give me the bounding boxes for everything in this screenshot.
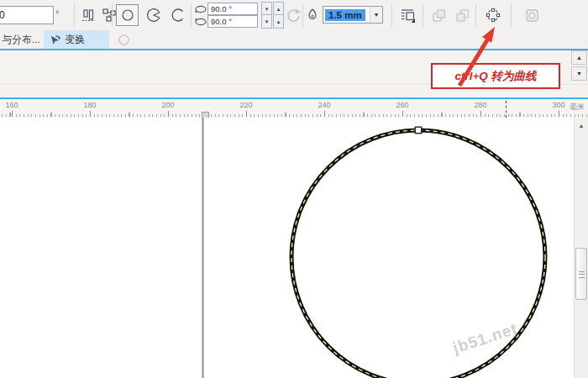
toolbar-separator	[391, 3, 392, 27]
outline-pen-icon	[305, 8, 320, 23]
align-button[interactable]	[77, 4, 99, 26]
wrap-text-button[interactable]	[396, 4, 418, 26]
ruler-label: 220	[239, 101, 252, 109]
tab-align-distribute[interactable]: 与分布...	[0, 30, 39, 49]
end-angle-row: 90.0 ° ▾ ▴	[193, 15, 284, 28]
drawing-canvas[interactable]: jb51.net ▲	[0, 118, 588, 378]
toolbar-separator	[112, 3, 113, 27]
rotation-angle-input[interactable]	[0, 6, 54, 24]
outline-width-combobox[interactable]: 1.5 mm ▼	[323, 6, 383, 24]
scrollbar-thumb[interactable]	[575, 248, 587, 300]
scroll-up-arrow[interactable]: ▲	[575, 118, 587, 132]
ruler-ticks-major	[0, 111, 588, 117]
ellipse-mode-button[interactable]	[116, 4, 139, 26]
start-angle-row: 90.0 ° ▾ ▴	[193, 3, 284, 15]
frame-icon	[524, 8, 540, 24]
property-bar: °	[0, 0, 588, 31]
docker-scroll-up-button[interactable]: ▲	[571, 50, 587, 65]
end-angle-icon	[193, 17, 207, 27]
toolbar-separator	[74, 3, 75, 27]
ruler-label: 160	[5, 101, 18, 109]
outline-width-value: 1.5 mm	[325, 9, 365, 21]
vertical-scrollbar[interactable]: ▲	[574, 118, 588, 378]
pie-icon	[146, 8, 161, 23]
spin-down-button[interactable]: ▾	[261, 14, 272, 29]
tab-label: 与分布...	[2, 33, 40, 47]
ellipse-node[interactable]	[415, 127, 422, 134]
align-icon	[81, 8, 96, 23]
arc-mode-button[interactable]	[167, 4, 189, 26]
docker-scroll-down-button[interactable]: ▼	[571, 66, 587, 81]
start-angle-icon	[193, 4, 207, 14]
chevron-down-icon[interactable]: ▼	[370, 7, 382, 23]
arc-icon	[171, 8, 186, 23]
order-front-icon	[431, 8, 447, 24]
wrap-text-icon	[400, 8, 416, 24]
docker-tab-bar: 与分布... 变换	[0, 30, 588, 49]
ruler-label: 200	[161, 101, 174, 109]
degree-symbol: °	[55, 8, 59, 18]
to-front-button[interactable]	[428, 4, 449, 26]
ellipse-icon	[120, 8, 135, 23]
frame-button[interactable]	[521, 4, 543, 26]
ruler-label: 280	[474, 101, 486, 109]
ruler-label: 180	[83, 101, 96, 109]
transform-icon	[49, 34, 61, 46]
end-angle-field[interactable]: 90.0 °	[207, 15, 258, 28]
toolbar-separator	[191, 3, 192, 27]
distribute-icon	[102, 8, 117, 23]
scrollbar-grip	[579, 271, 585, 278]
ruler-label: 300	[552, 101, 564, 109]
cursor-position-marker	[506, 101, 507, 118]
pie-mode-button[interactable]	[143, 4, 165, 26]
ruler-label: 260	[396, 101, 408, 109]
tab-transform[interactable]: 变换	[44, 30, 109, 49]
horizontal-ruler: 160 180 200 220 240 260 280 300 毫米	[0, 97, 588, 118]
circle-icon	[118, 34, 130, 50]
annotation-arrow	[449, 20, 500, 92]
toolbar-separator	[302, 3, 303, 27]
app-window: °	[0, 0, 588, 378]
toolbar-separator	[423, 3, 423, 27]
start-angle-field[interactable]: 90.0 °	[207, 3, 258, 15]
rotate-icon	[285, 7, 302, 24]
tab-label: 变换	[65, 33, 85, 47]
end-angle-spinner: ▾ ▴	[260, 14, 284, 29]
ruler-label: 240	[318, 101, 330, 109]
change-direction-button[interactable]	[282, 4, 304, 26]
outline-width-button[interactable]	[304, 4, 321, 26]
toolbar-separator	[511, 3, 512, 27]
